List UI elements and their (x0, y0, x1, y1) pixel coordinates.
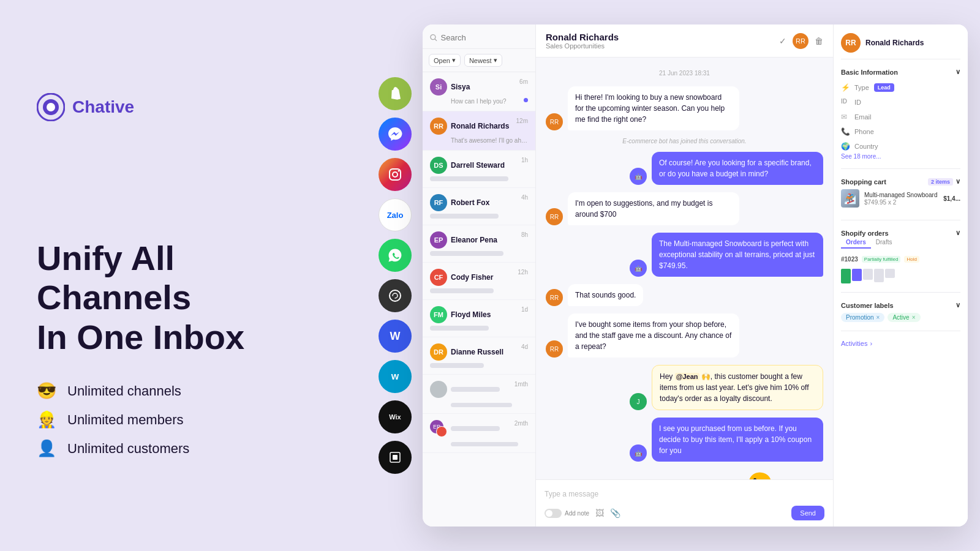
cart-label: Shopping cart (841, 178, 886, 186)
tab-drafts[interactable]: Drafts (871, 237, 897, 249)
basic-info-title[interactable]: Basic Information ∨ (841, 68, 960, 76)
cart-info-1: Multi-managed Snowboard $749.95 x 2 (864, 191, 938, 206)
id-icon: ID (841, 98, 850, 107)
chat-header: Ronald Richards Sales Opportunities ✓ RR… (536, 24, 833, 58)
bar-3 (863, 269, 873, 280)
channel-messenger[interactable] (379, 118, 412, 151)
cart-item-price: $749.95 x 2 (864, 199, 938, 206)
avatar-robert: RF (430, 194, 447, 211)
conv-item-unknown1[interactable]: 1mth (423, 375, 535, 414)
conv-item-robert[interactable]: RF Robert Fox 4h (423, 188, 535, 225)
channel-whatsapp[interactable] (379, 239, 412, 272)
msg-bubble-9: I see you purchased from us before. If y… (652, 418, 823, 462)
avatar-cody: CF (430, 269, 447, 286)
chat-area: Ronald Richards Sales Opportunities ✓ RR… (536, 24, 833, 527)
msg-avatar-3: 🤖 (630, 168, 647, 185)
toggle-switch[interactable] (545, 509, 562, 518)
customer-labels-section: Customer labels ∨ Promotion × Active × (841, 301, 960, 322)
svg-rect-8 (393, 455, 398, 460)
label-promotion[interactable]: Promotion × (841, 313, 884, 322)
labels-chevron: ∨ (956, 301, 960, 309)
channel-zalo[interactable]: Zalo (379, 198, 412, 231)
conv-item-eleanor[interactable]: EP Eleanor Pena 8h (423, 225, 535, 263)
phone-icon: 📞 (841, 127, 850, 136)
activities-chevron: › (870, 340, 872, 347)
status-filter[interactable]: Open ▾ (429, 54, 461, 67)
order-id-1: #1023 (841, 256, 858, 263)
activities-section[interactable]: Activities › (841, 340, 960, 347)
conv-filters: Open ▾ Newest ▾ (423, 49, 535, 72)
id-label: ID (854, 99, 861, 106)
hero-title: Unify All ChannelsIn One Inbox (37, 239, 331, 357)
channel-wordpress[interactable]: W (379, 320, 412, 353)
msg-bubble-1: Hi there! I'm looking to buy a new snowb… (568, 86, 739, 130)
chat-input-area[interactable]: Add note 🖼 📎 Send (536, 479, 833, 527)
add-note-toggle[interactable]: Add note (545, 509, 589, 518)
features-list: 😎 Unlimited channels 👷 Unlimited members… (37, 381, 331, 458)
time-ronald: 12m (516, 118, 528, 124)
order-hold-1: Hold (904, 256, 919, 263)
avatar-floyd: FM (430, 306, 447, 323)
check-icon[interactable]: ✓ (779, 36, 786, 46)
msg-avatar-1: RR (546, 113, 563, 130)
chat-messages: 21 Jun 2023 18:31 RR Hi there! I'm looki… (536, 58, 833, 479)
send-button[interactable]: Send (791, 506, 824, 520)
bar-4 (874, 269, 884, 282)
sort-filter[interactable]: Newest ▾ (464, 54, 502, 67)
preview-sisya: How can I help you? (430, 98, 528, 105)
channel-squarespace[interactable] (379, 441, 412, 474)
svg-point-4 (393, 172, 398, 177)
channel-weebly[interactable]: w (379, 360, 412, 393)
attachment-icon[interactable]: 📎 (610, 508, 620, 518)
remove-promotion[interactable]: × (876, 314, 880, 321)
conv-item-ronald[interactable]: RR Ronald Richards That's awesome! I'll … (423, 111, 535, 151)
type-icon: ⚡ (841, 83, 850, 92)
image-icon[interactable]: 🖼 (595, 508, 604, 518)
preview-ronald: That's awesome! I'll go ahead and make t… (430, 137, 528, 144)
channel-custom1[interactable] (379, 279, 412, 312)
time-cody: 12h (518, 269, 528, 276)
shopify-orders-title[interactable]: Shopify orders ∨ (841, 229, 960, 237)
field-country: 🌍 Country (841, 140, 960, 153)
channel-wix[interactable]: Wix (379, 400, 412, 433)
trash-icon[interactable]: 🗑 (815, 36, 823, 46)
remove-active[interactable]: × (912, 314, 916, 321)
msg-bubble-5: The Multi-managed Snowboard is perfect w… (652, 233, 823, 277)
cart-title[interactable]: Shopping cart 2 items ∨ (841, 178, 960, 186)
conv-item-darrell[interactable]: DS Darrell Steward 1h (423, 151, 535, 188)
channels-emoji: 😎 (37, 381, 56, 400)
agent-avatar[interactable]: RR (793, 33, 809, 49)
conv-item-dianne[interactable]: DR Dianne Russell 4d (423, 337, 535, 375)
search-input[interactable] (441, 33, 528, 42)
feature-item-customers: 👤 Unlimited customers (37, 439, 331, 458)
add-note-label: Add note (565, 510, 589, 517)
preview-darrell (430, 176, 508, 181)
channel-instagram[interactable] (379, 158, 412, 191)
channel-shopify[interactable] (379, 77, 412, 110)
tab-orders[interactable]: Orders (841, 237, 871, 249)
cart-item-1: 🏂 Multi-managed Snowboard $749.95 x 2 $1… (841, 186, 960, 211)
shopify-chevron: ∨ (956, 229, 960, 237)
conv-item-unknown2[interactable]: EP 2mth (423, 414, 535, 453)
labels-title[interactable]: Customer labels ∨ (841, 301, 960, 309)
conv-item-sisya[interactable]: Si Sisya How can I help you? 6m (423, 72, 535, 111)
search-bar[interactable] (423, 24, 535, 49)
country-icon: 🌍 (841, 142, 850, 151)
conv-item-cody[interactable]: CF Cody Fisher 12h (423, 263, 535, 300)
label-active[interactable]: Active × (888, 313, 920, 322)
system-msg-1: E-commerce bot has joined this conversat… (546, 138, 823, 144)
msg-3: Of course! Are you looking for a specifi… (546, 152, 823, 185)
msg-6: RR That sounds good. (546, 284, 823, 306)
avatar-darrell: DS (430, 157, 447, 174)
field-phone: 📞 Phone (841, 125, 960, 138)
conv-item-floyd[interactable]: FM Floyd Miles 1d (423, 300, 535, 337)
logo-text: Chative (72, 97, 134, 117)
message-input[interactable] (545, 486, 824, 502)
logo-area: Chative (37, 93, 331, 121)
shopify-orders-section: Shopify orders ∨ Orders Drafts #1023 Par… (841, 229, 960, 283)
see-more-link[interactable]: See 18 more... (841, 153, 960, 160)
customers-emoji: 👤 (37, 439, 56, 458)
time-unknown1: 1mth (514, 381, 528, 388)
conversations-list: Open ▾ Newest ▾ Si Sisya How can I help … (423, 24, 536, 527)
orders-tabs: Orders Drafts (841, 237, 960, 249)
